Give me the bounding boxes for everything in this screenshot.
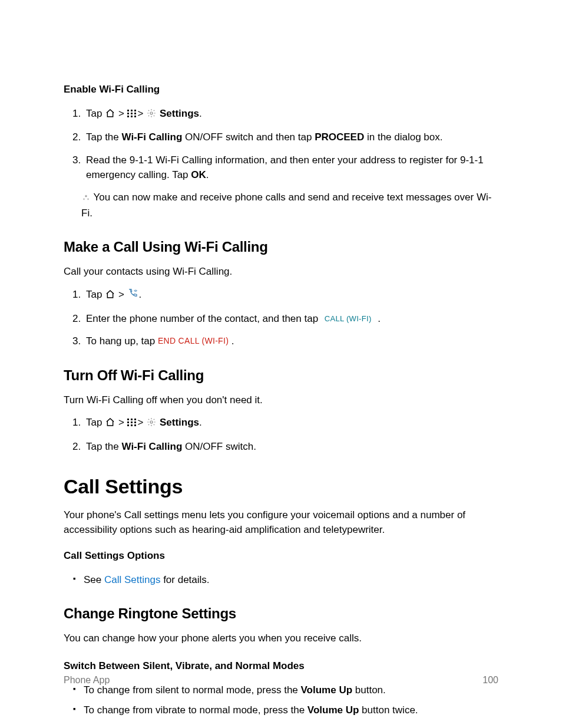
heading-make-call: Make a Call Using Wi-Fi Calling <box>64 237 498 258</box>
modes-list: To change from silent to normal mode, pr… <box>64 683 498 718</box>
heading-call-settings: Call Settings <box>64 472 498 501</box>
enable-steps: Tap > > Settings. Tap the Wi-Fi Calling … <box>64 107 498 183</box>
step-2: Tap the Wi-Fi Calling ON/OFF switch and … <box>84 130 498 145</box>
heading-switch-modes: Switch Between Silent, Vibrate, and Norm… <box>64 659 498 674</box>
step-3: Read the 9-1-1 Wi-Fi Calling information… <box>84 153 498 182</box>
svg-point-0 <box>150 112 153 114</box>
t: OK <box>191 169 206 180</box>
t: Read the 9-1-1 Wi-Fi Calling information… <box>86 154 484 180</box>
intro: Call your contacts using Wi-Fi Calling. <box>64 265 498 279</box>
sep2: > <box>138 417 147 428</box>
sep: > <box>115 289 127 300</box>
note-icon <box>81 192 91 206</box>
sep: > <box>115 108 124 119</box>
t: Tap the <box>86 131 122 143</box>
period: . <box>232 335 234 347</box>
t: Tap the <box>86 441 122 452</box>
step-1: Tap > > Settings. <box>84 416 498 431</box>
step-2: Enter the phone number of the contact, a… <box>84 312 498 327</box>
home-icon <box>105 417 115 431</box>
turn-off-steps: Tap > > Settings. Tap the Wi-Fi Calling … <box>64 416 498 454</box>
t: To change from vibrate to normal mode, p… <box>84 704 308 716</box>
t: Wi-Fi Calling <box>122 131 183 143</box>
step-1: Tap > > Settings. <box>84 107 498 123</box>
gear-icon <box>146 108 157 123</box>
make-call-steps: Tap > . Enter the phone number of the co… <box>64 288 498 349</box>
text: Tap <box>86 108 102 119</box>
t: Wi-Fi Calling <box>122 441 183 452</box>
period: . <box>378 313 381 324</box>
t: PROCEED <box>315 131 364 143</box>
period: . <box>199 417 202 428</box>
intro: Your phone's Call settings menu lets you… <box>64 508 498 537</box>
t: Enter the phone number of the contact, a… <box>86 313 321 324</box>
home-icon <box>105 289 115 304</box>
heading-enable-wifi: Enable Wi-Fi Calling <box>64 83 498 97</box>
settings-label: Settings <box>160 108 199 119</box>
note: You can now make and receive phone calls… <box>64 190 498 220</box>
intro: Turn Wi-Fi Calling off when you don't ne… <box>64 393 498 408</box>
home-icon <box>105 108 115 123</box>
call-wifi-button: CALL (WI-FI) <box>321 313 375 324</box>
intro: You can change how your phone alerts you… <box>64 631 498 646</box>
apps-grid-icon <box>127 419 138 427</box>
step-1: Tap > . <box>84 288 498 304</box>
page-number: 100 <box>482 673 498 687</box>
t: Volume Up <box>308 704 359 716</box>
heading-call-settings-options: Call Settings Options <box>64 549 498 564</box>
t: . <box>206 169 209 180</box>
svg-point-1 <box>150 421 153 423</box>
t: for details. <box>160 574 209 585</box>
t: in the dialog box. <box>364 131 442 143</box>
gear-icon <box>146 417 157 431</box>
t: To hang up, tap <box>86 335 158 347</box>
sep: > <box>115 417 124 428</box>
call-settings-list: See Call Settings for details. <box>64 573 498 588</box>
sep2: > <box>138 108 147 119</box>
end-call-wifi-button: END CALL (WI-FI) <box>158 336 229 345</box>
t: ON/OFF switch. <box>182 441 256 452</box>
settings-label: Settings <box>160 417 199 428</box>
period: . <box>139 289 142 300</box>
period: . <box>199 108 202 119</box>
list-item: See Call Settings for details. <box>84 573 498 588</box>
apps-grid-icon <box>127 110 138 118</box>
call-settings-link[interactable]: Call Settings <box>104 574 160 585</box>
t: See <box>84 574 104 585</box>
list-item: To change from vibrate to normal mode, p… <box>84 703 498 718</box>
heading-turn-off: Turn Off Wi-Fi Calling <box>64 365 498 386</box>
t: button twice. <box>359 704 418 716</box>
phone-wifi-icon <box>127 288 139 304</box>
t: Tap <box>86 417 102 428</box>
page-footer: Phone App 100 <box>64 673 498 687</box>
t: Tap <box>86 289 102 300</box>
step-3: To hang up, tap END CALL (WI-FI) . <box>84 334 498 349</box>
footer-section: Phone App <box>64 673 110 687</box>
t: ON/OFF switch and then tap <box>182 131 315 143</box>
step-2: Tap the Wi-Fi Calling ON/OFF switch. <box>84 440 498 454</box>
heading-change-ringtone: Change Ringtone Settings <box>64 604 498 624</box>
note-text: You can now make and receive phone calls… <box>81 192 491 219</box>
